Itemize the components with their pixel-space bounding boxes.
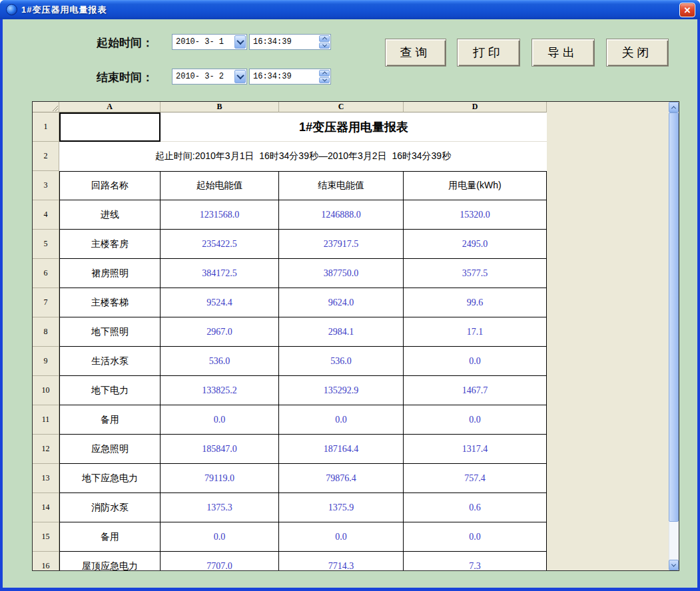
row-header[interactable]: 8 <box>33 317 59 347</box>
end-energy-cell[interactable]: 135292.9 <box>279 376 404 405</box>
query-button[interactable]: 查询 <box>385 39 446 67</box>
usage-cell[interactable]: 0.0 <box>404 405 547 435</box>
usage-cell[interactable]: 0.6 <box>404 493 547 522</box>
end-energy-cell[interactable]: 2984.1 <box>279 317 404 347</box>
column-header-b[interactable]: B <box>161 102 279 112</box>
row-header[interactable]: 5 <box>33 230 59 259</box>
usage-cell[interactable]: 17.1 <box>404 317 547 347</box>
start-date-combobox[interactable]: 2010- 3- 1 <box>172 34 247 50</box>
scroll-up-button[interactable] <box>669 102 679 112</box>
circuit-name-cell[interactable]: 应急照明 <box>59 435 161 464</box>
row-header[interactable]: 2 <box>33 142 59 171</box>
usage-cell[interactable]: 2495.0 <box>404 230 547 259</box>
row-header[interactable]: 11 <box>33 405 59 435</box>
grid-corner-cell[interactable] <box>33 102 59 112</box>
circuit-name-cell[interactable]: 主楼客梯 <box>59 288 161 317</box>
end-energy-cell[interactable]: 187164.4 <box>279 435 404 464</box>
end-energy-cell[interactable]: 387750.0 <box>279 259 404 288</box>
start-energy-cell[interactable]: 0.0 <box>161 522 279 552</box>
close-button[interactable]: ✕ <box>679 3 695 17</box>
vertical-scrollbar[interactable] <box>669 102 679 570</box>
export-button[interactable]: 导出 <box>531 39 595 67</box>
row-header[interactable]: 15 <box>33 522 59 552</box>
spin-up-button[interactable] <box>319 70 330 77</box>
row-header[interactable]: 6 <box>33 259 59 288</box>
row-header[interactable]: 13 <box>33 464 59 493</box>
start-time-spinner[interactable]: 16:34:39 <box>249 34 331 50</box>
row-header[interactable]: 3 <box>33 171 59 200</box>
end-date-combobox[interactable]: 2010- 3- 2 <box>172 69 247 85</box>
date-range-cell[interactable]: 起止时间:2010年3月1日 16时34分39秒—2010年3月2日 16时34… <box>59 142 547 171</box>
end-energy-cell[interactable]: 1375.9 <box>279 493 404 522</box>
circuit-name-cell[interactable]: 地下照明 <box>59 317 161 347</box>
circuit-name-cell[interactable]: 消防水泵 <box>59 493 161 522</box>
usage-cell[interactable]: 0.0 <box>404 347 547 376</box>
start-energy-cell[interactable]: 7707.0 <box>161 552 279 571</box>
usage-cell[interactable]: 3577.5 <box>404 259 547 288</box>
titlebar[interactable]: 1#变压器用电量报表 ✕ <box>0 0 700 19</box>
spin-up-button[interactable] <box>319 35 330 42</box>
end-energy-cell[interactable]: 7714.3 <box>279 552 404 571</box>
start-date-dropdown-button[interactable] <box>234 35 246 49</box>
circuit-name-cell[interactable]: 主楼客房 <box>59 230 161 259</box>
usage-cell[interactable]: 15320.0 <box>404 200 547 230</box>
row-header[interactable]: 9 <box>33 347 59 376</box>
usage-cell[interactable]: 757.4 <box>404 464 547 493</box>
scroll-down-button[interactable] <box>669 560 679 570</box>
circuit-name-cell[interactable]: 进线 <box>59 200 161 230</box>
report-title-cell[interactable]: 1#变压器用电量报表 <box>161 112 547 142</box>
end-date-dropdown-button[interactable] <box>234 70 246 83</box>
column-header-a[interactable]: A <box>59 102 161 112</box>
spin-down-button[interactable] <box>319 43 330 49</box>
row-header[interactable]: 7 <box>33 288 59 317</box>
column-header-c[interactable]: C <box>279 102 404 112</box>
table-header-cell[interactable]: 回路名称 <box>59 171 161 200</box>
usage-cell[interactable]: 0.0 <box>404 522 547 552</box>
row-header[interactable]: 4 <box>33 200 59 230</box>
print-button[interactable]: 打印 <box>457 39 520 67</box>
end-energy-cell[interactable]: 536.0 <box>279 347 404 376</box>
end-energy-cell[interactable]: 237917.5 <box>279 230 404 259</box>
usage-cell[interactable]: 1317.4 <box>404 435 547 464</box>
start-energy-cell[interactable]: 9524.4 <box>161 288 279 317</box>
start-energy-cell[interactable]: 133825.2 <box>161 376 279 405</box>
selected-cell-a1[interactable] <box>59 112 161 142</box>
start-energy-cell[interactable]: 0.0 <box>161 405 279 435</box>
circuit-name-cell[interactable]: 屋顶应急电力 <box>59 552 161 571</box>
start-energy-cell[interactable]: 79119.0 <box>161 464 279 493</box>
start-energy-cell[interactable]: 1231568.0 <box>161 200 279 230</box>
table-header-cell[interactable]: 结束电能值 <box>279 171 404 200</box>
start-energy-cell[interactable]: 1375.3 <box>161 493 279 522</box>
circuit-name-cell[interactable]: 备用 <box>59 522 161 552</box>
usage-cell[interactable]: 99.6 <box>404 288 547 317</box>
row-header[interactable]: 16 <box>33 552 59 571</box>
row-header[interactable]: 1 <box>33 112 59 142</box>
start-energy-cell[interactable]: 185847.0 <box>161 435 279 464</box>
circuit-name-cell[interactable]: 地下电力 <box>59 376 161 405</box>
table-header-cell[interactable]: 用电量(kWh) <box>404 171 547 200</box>
end-energy-cell[interactable]: 0.0 <box>279 405 404 435</box>
usage-cell[interactable]: 7.3 <box>404 552 547 571</box>
circuit-name-cell[interactable]: 备用 <box>59 405 161 435</box>
start-energy-cell[interactable]: 536.0 <box>161 347 279 376</box>
circuit-name-cell[interactable]: 裙房照明 <box>59 259 161 288</box>
circuit-name-cell[interactable]: 生活水泵 <box>59 347 161 376</box>
start-energy-cell[interactable]: 384172.5 <box>161 259 279 288</box>
spin-down-button[interactable] <box>319 77 330 84</box>
end-energy-cell[interactable]: 0.0 <box>279 522 404 552</box>
close-window-button[interactable]: 关闭 <box>606 39 669 67</box>
row-header[interactable]: 12 <box>33 435 59 464</box>
usage-cell[interactable]: 1467.7 <box>404 376 547 405</box>
start-energy-cell[interactable]: 235422.5 <box>161 230 279 259</box>
end-energy-cell[interactable]: 79876.4 <box>279 464 404 493</box>
column-header-d[interactable]: D <box>404 102 547 112</box>
scrollbar-thumb[interactable] <box>669 112 679 522</box>
end-time-spinner[interactable]: 16:34:39 <box>249 69 331 85</box>
row-header[interactable]: 14 <box>33 493 59 522</box>
start-energy-cell[interactable]: 2967.0 <box>161 317 279 347</box>
row-header[interactable]: 10 <box>33 376 59 405</box>
end-energy-cell[interactable]: 1246888.0 <box>279 200 404 230</box>
end-energy-cell[interactable]: 9624.0 <box>279 288 404 317</box>
table-header-cell[interactable]: 起始电能值 <box>161 171 279 200</box>
circuit-name-cell[interactable]: 地下应急电力 <box>59 464 161 493</box>
